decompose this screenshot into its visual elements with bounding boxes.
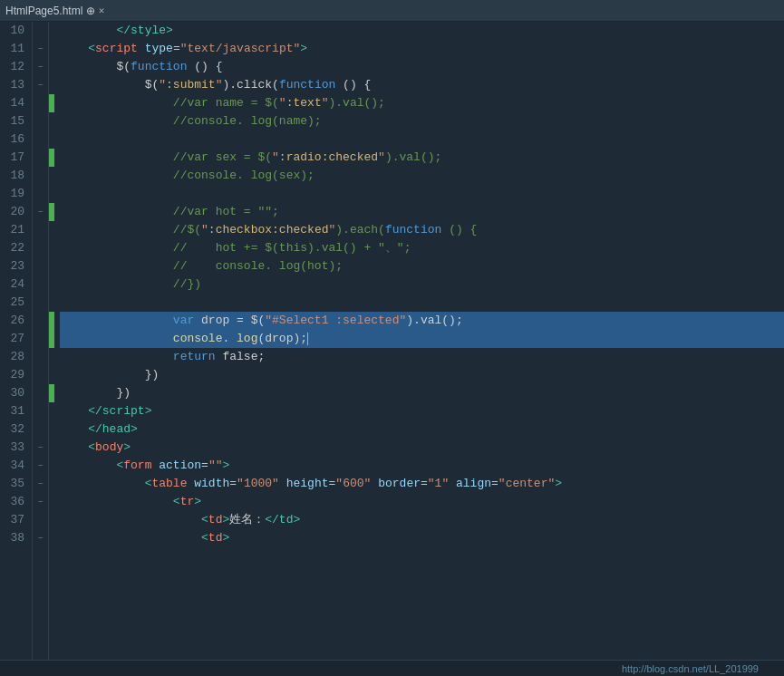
line-num: 33: [7, 439, 24, 457]
line-num: 22: [7, 239, 24, 257]
fold-cell: [33, 330, 48, 348]
code-line-18: //console. log(sex);: [60, 167, 784, 185]
fold-cell[interactable]: −: [33, 58, 48, 76]
code-line-10: </style>: [60, 22, 784, 40]
line-num: 23: [7, 257, 24, 275]
code-line-22: // hot += $(this).val() + "、";: [60, 239, 784, 257]
fold-cell: [33, 149, 48, 167]
title-bar: HtmlPage5.html ⊕ ✕: [0, 0, 784, 22]
line-num: 35: [7, 475, 24, 493]
code-line-27: console. log(drop);: [60, 330, 784, 348]
code-line-28: return false;: [60, 348, 784, 366]
code-line-37: <td>姓名：</td>: [60, 511, 784, 529]
status-bar: http://blog.csdn.net/LL_201999: [0, 660, 784, 676]
code-line-29: }): [60, 366, 784, 384]
line-num: 12: [7, 58, 24, 76]
fold-cell: [33, 294, 48, 312]
fold-cell: [33, 420, 48, 439]
fold-cell: [33, 366, 48, 384]
line-num: 38: [7, 529, 24, 547]
code-line-38: <td>: [60, 529, 784, 547]
code-line-21: //$(":checkbox:checked").each(function (…: [60, 221, 784, 239]
fold-cell: [33, 239, 48, 257]
line-num: 27: [7, 330, 24, 348]
line-num: 26: [7, 312, 24, 330]
code-line-17: //var sex = $(":radio:checked").val();: [60, 149, 784, 167]
status-url: http://blog.csdn.net/LL_201999: [622, 663, 759, 674]
line-num: 37: [7, 511, 24, 529]
fold-cell: [33, 312, 48, 330]
fold-cell: [33, 511, 48, 529]
fold-cell: [33, 167, 48, 185]
fold-cell[interactable]: −: [33, 76, 48, 94]
fold-cell: [33, 348, 48, 366]
line-num: 18: [7, 167, 24, 185]
fold-cell[interactable]: −: [33, 203, 48, 221]
code-line-24: //}): [60, 275, 784, 294]
fold-cell: [33, 185, 48, 203]
code-container: 10 11 12 13 14 15 16 17 18 19 20 21 22 2…: [0, 22, 784, 660]
fold-cell: [33, 384, 48, 402]
code-line-26: var drop = $("#Select1 :selected").val()…: [60, 312, 784, 330]
fold-cell: [33, 94, 48, 112]
line-num: 32: [7, 420, 24, 439]
fold-cell[interactable]: −: [33, 40, 48, 58]
code-line-15: //console. log(name);: [60, 112, 784, 130]
line-num: 36: [7, 493, 24, 511]
fold-cell: [33, 257, 48, 275]
code-editor[interactable]: </style> <script type="text/javascript">…: [54, 22, 784, 660]
code-line-35: <table width="1000" height="600" border=…: [60, 475, 784, 493]
line-num: 15: [7, 112, 24, 130]
line-num: 29: [7, 366, 24, 384]
code-line-13: $(":submit").click(function () {: [60, 76, 784, 94]
code-line-23: // console. log(hot);: [60, 257, 784, 275]
fold-cell: [33, 221, 48, 239]
fold-cell[interactable]: −: [33, 529, 48, 547]
code-line-31: </script>: [60, 402, 784, 420]
code-line-19: [60, 185, 784, 203]
editor-area: 10 11 12 13 14 15 16 17 18 19 20 21 22 2…: [0, 22, 784, 676]
code-line-34: <form action="">: [60, 457, 784, 475]
line-num: 31: [7, 402, 24, 420]
code-line-30: }): [60, 384, 784, 402]
line-num: 13: [7, 76, 24, 94]
fold-column: − − − − − − − − −: [33, 22, 49, 660]
line-num: 25: [7, 294, 24, 312]
code-line-20: //var hot = "";: [60, 203, 784, 221]
line-numbers: 10 11 12 13 14 15 16 17 18 19 20 21 22 2…: [0, 22, 33, 660]
fold-cell[interactable]: −: [33, 475, 48, 493]
line-num: 34: [7, 457, 24, 475]
line-num: 10: [7, 22, 24, 40]
fold-cell[interactable]: −: [33, 439, 48, 457]
code-line-11: <script type="text/javascript">: [60, 40, 784, 58]
code-line-12: $(function () {: [60, 58, 784, 76]
line-num: 28: [7, 348, 24, 366]
line-num: 20: [7, 203, 24, 221]
fold-cell: [33, 112, 48, 130]
line-num: 24: [7, 275, 24, 294]
code-line-36: <tr>: [60, 493, 784, 511]
close-tab-button[interactable]: ✕: [99, 5, 105, 16]
file-tab[interactable]: HtmlPage5.html ⊕: [5, 5, 95, 17]
line-num: 16: [7, 130, 24, 149]
code-line-16: [60, 130, 784, 149]
fold-cell: [33, 275, 48, 294]
fold-cell: [33, 402, 48, 420]
code-line-14: //var name = $(":text").val();: [60, 94, 784, 112]
line-num: 19: [7, 185, 24, 203]
fold-cell: [33, 130, 48, 149]
line-num: 17: [7, 149, 24, 167]
line-num: 14: [7, 94, 24, 112]
code-line-33: <body>: [60, 439, 784, 457]
fold-cell[interactable]: −: [33, 457, 48, 475]
line-num: 21: [7, 221, 24, 239]
line-num: 30: [7, 384, 24, 402]
line-num: 11: [7, 40, 24, 58]
code-line-32: </head>: [60, 420, 784, 439]
fold-cell[interactable]: −: [33, 493, 48, 511]
code-line-25: [60, 294, 784, 312]
fold-cell: [33, 22, 48, 40]
